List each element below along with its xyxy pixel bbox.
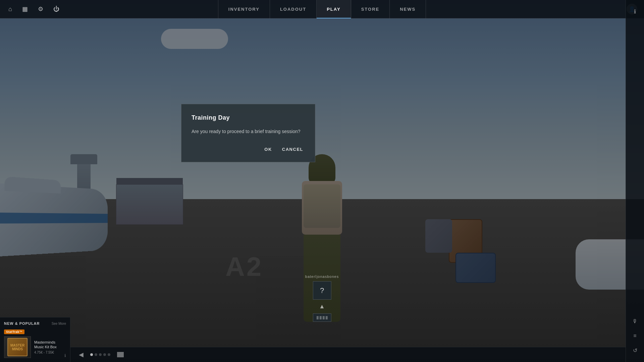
modal-title: Training Day: [192, 114, 305, 121]
ok-button[interactable]: OK: [263, 145, 274, 154]
modal-buttons: OK CANCEL: [192, 145, 305, 154]
modal-dialog: Training Day Are you ready to proceed to…: [181, 104, 315, 162]
cancel-button[interactable]: CANCEL: [280, 145, 305, 154]
modal-body: Are you ready to proceed to a brief trai…: [192, 128, 305, 135]
modal-overlay: Training Day Are you ready to proceed to…: [0, 0, 644, 362]
